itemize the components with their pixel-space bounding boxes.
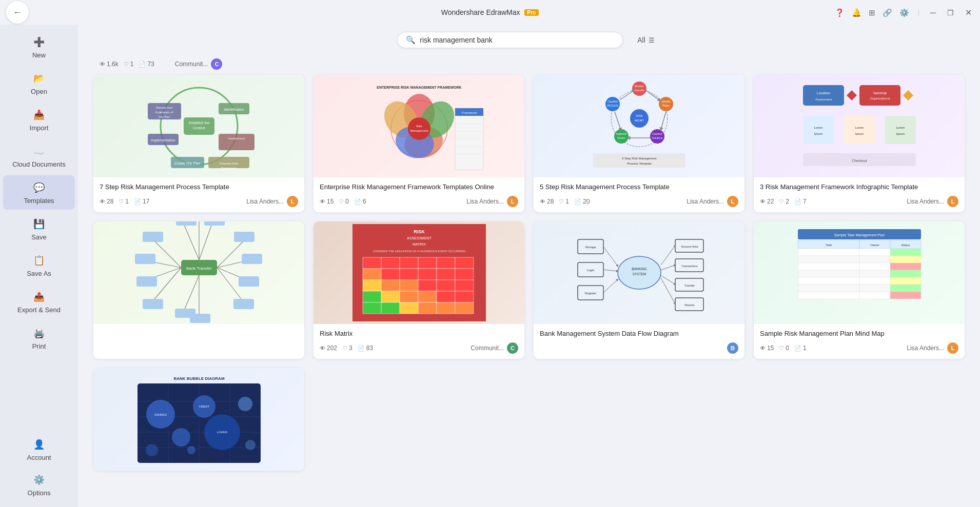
svg-text:Sample Task Management Plan: Sample Task Management Plan xyxy=(834,233,885,237)
svg-point-38 xyxy=(630,109,649,128)
titlebar-left: ← xyxy=(6,0,29,28)
svg-rect-139 xyxy=(455,291,474,302)
svg-text:Ipsum: Ipsum xyxy=(896,132,904,135)
minimize-button[interactable]: ─ xyxy=(928,8,938,17)
window-controls: ❓ 🔔 ⊞ 🔗 ⚙️ ─ ❐ ✕ xyxy=(835,8,974,17)
all-filter-button[interactable]: All ☰ xyxy=(631,33,661,47)
sidebar-label-print: Print xyxy=(32,342,46,350)
notification-icon[interactable]: 🔔 xyxy=(852,8,861,17)
card-thumb-5step: RISK MGMT Monitor Results Identify Risks… xyxy=(534,75,744,177)
sidebar-item-new[interactable]: ➕ New xyxy=(3,30,75,64)
share-icon[interactable]: 🔗 xyxy=(883,8,892,17)
svg-text:Register: Register xyxy=(584,292,596,295)
back-button[interactable]: ← xyxy=(6,1,29,24)
card-author-bank: B xyxy=(727,342,738,354)
svg-rect-118 xyxy=(400,257,418,269)
card-info-7step: 7 Step Risk Management Process Template … xyxy=(93,177,304,212)
card-info-3risk: 3 Risk Management Framework Infographic … xyxy=(754,177,965,212)
card-stats-enterprise: 👁15 ♡0 📄6 xyxy=(320,198,366,205)
account-icon: 👤 xyxy=(32,437,46,452)
svg-text:Nominal: Nominal xyxy=(873,91,887,95)
card-sample[interactable]: Sample Task Management Plan Task Owner S… xyxy=(754,221,965,359)
svg-rect-187 xyxy=(798,270,859,277)
app-title: Wondershare EdrawMax Pro xyxy=(441,8,539,16)
likes-icon: ♡ xyxy=(124,61,129,68)
svg-rect-103 xyxy=(233,299,254,309)
thumb-svg-riskmatrix: RISK ASSESSMENT MATRIX CONSIDER THE LIKE… xyxy=(352,224,486,321)
sidebar-label-export: Export & Send xyxy=(17,306,61,314)
save-icon: 💾 xyxy=(32,217,46,231)
sidebar-item-save[interactable]: 💾 Save xyxy=(3,212,75,246)
svg-text:MGMT: MGMT xyxy=(634,119,644,122)
svg-rect-186 xyxy=(890,263,921,270)
svg-rect-95 xyxy=(136,276,157,287)
sidebar-item-account[interactable]: 👤 Account xyxy=(3,432,75,467)
card-3risk[interactable]: Location Assessment Nominal Organisation… xyxy=(754,75,965,212)
close-button[interactable]: ✕ xyxy=(963,8,974,17)
svg-text:Owner: Owner xyxy=(870,244,879,247)
titlebar: ← Wondershare EdrawMax Pro ❓ 🔔 ⊞ 🔗 ⚙️ ─ … xyxy=(0,0,980,25)
card-title-enterprise: Enterprise Risk Management Framework Tem… xyxy=(320,182,518,192)
card-title-sample: Sample Risk Management Plan Mind Map xyxy=(760,329,958,338)
restore-button[interactable]: ❐ xyxy=(945,8,956,16)
card-mindmap[interactable]: Bank Transfer xyxy=(93,221,304,359)
settings-icon[interactable]: ⚙️ xyxy=(899,8,909,17)
sidebar-item-open[interactable]: 📂 Open xyxy=(3,66,75,100)
sidebar-label-cloud: Cloud Documents xyxy=(12,160,65,168)
thumb-svg-5step: RISK MGMT Monitor Results Identify Risks… xyxy=(573,77,706,175)
svg-text:Status: Status xyxy=(901,244,910,247)
sidebar-item-export[interactable]: 📤 Export & Send xyxy=(3,285,75,319)
svg-rect-126 xyxy=(437,269,455,280)
svg-point-53 xyxy=(605,97,620,111)
card-meta-enterprise: 👁15 ♡0 📄6 Lisa Anders... L xyxy=(320,196,518,207)
svg-rect-144 xyxy=(437,302,455,314)
svg-point-26 xyxy=(408,117,430,140)
card-thumb-bubble: BANK BUBBLE DIAGRAM xyxy=(93,368,304,471)
svg-rect-140 xyxy=(363,302,381,314)
card-stats-riskmatrix: 👁202 ♡3 📄83 xyxy=(320,344,373,352)
sidebar-item-options[interactable]: ⚙️ Options xyxy=(3,468,75,502)
svg-text:Identify: Identify xyxy=(661,100,671,103)
svg-text:Examine: Examine xyxy=(652,132,662,135)
svg-text:BANK BUBBLE DIAGRAM: BANK BUBBLE DIAGRAM xyxy=(173,376,224,381)
card-bank[interactable]: Storage Login Register BANKING SYSTEM Ac… xyxy=(534,221,744,359)
svg-line-169 xyxy=(661,278,675,304)
search-box[interactable]: 🔍 xyxy=(397,32,623,48)
card-5step[interactable]: RISK MGMT Monitor Results Identify Risks… xyxy=(534,75,744,212)
card-author-riskmatrix: Communit... C xyxy=(471,342,518,354)
card-info-bank: Bank Management System Data Flow Diagram… xyxy=(534,324,744,359)
svg-text:Transactions: Transactions xyxy=(681,265,698,268)
sidebar-item-saveas[interactable]: 📋 Save As xyxy=(3,248,75,282)
card-bubble[interactable]: BANK BUBBLE DIAGRAM xyxy=(93,368,304,471)
svg-rect-145 xyxy=(455,302,474,314)
svg-line-80 xyxy=(153,239,181,268)
svg-text:Login: Login xyxy=(586,269,594,272)
sidebar-item-print[interactable]: 🖨️ Print xyxy=(3,321,75,355)
card-enterprise[interactable]: ENTERPRISE RISK MANAGEMENT FRAMEWORK Ris… xyxy=(313,75,524,212)
help-icon[interactable]: ❓ xyxy=(835,8,845,17)
sidebar-item-import[interactable]: 📥 Import xyxy=(3,103,75,137)
card-stats-7step: 👁28 ♡1 📄17 xyxy=(100,198,149,205)
svg-text:Organisational: Organisational xyxy=(870,97,890,100)
svg-text:ClearRisk: ClearRisk xyxy=(607,100,618,103)
avatar-bank: B xyxy=(727,342,738,354)
svg-text:Bank Transfer: Bank Transfer xyxy=(186,266,212,271)
card-thumb-sample: Sample Task Management Plan Task Owner S… xyxy=(754,221,965,324)
card-meta-riskmatrix: 👁202 ♡3 📄83 Communit... C xyxy=(320,342,518,354)
card-7step[interactable]: Establish the Context Review And Evaluat… xyxy=(93,75,304,212)
sidebar: ➕ New 📂 Open 📥 Import ☁️ Cloud Documents… xyxy=(0,25,78,507)
apps-icon[interactable]: ⊞ xyxy=(869,8,875,17)
card-stats-5step: 👁28 ♡1 📄20 xyxy=(540,198,590,205)
svg-text:Framework: Framework xyxy=(461,111,477,114)
sidebar-label-saveas: Save As xyxy=(27,270,51,277)
avatar-7step: L xyxy=(287,196,298,207)
svg-text:Potential Risk: Potential Risk xyxy=(219,162,239,165)
svg-rect-56 xyxy=(593,153,685,168)
sidebar-item-templates[interactable]: 💬 Templates xyxy=(3,175,75,210)
sidebar-item-cloud[interactable]: ☁️ Cloud Documents xyxy=(3,139,75,173)
card-riskmatrix[interactable]: RISK ASSESSMENT MATRIX CONSIDER THE LIKE… xyxy=(313,221,524,359)
search-input[interactable] xyxy=(420,36,614,44)
svg-text:LOANS: LOANS xyxy=(217,431,227,434)
svg-text:Lorem: Lorem xyxy=(814,126,822,129)
stat-likes: ♡ 1 xyxy=(124,60,134,68)
